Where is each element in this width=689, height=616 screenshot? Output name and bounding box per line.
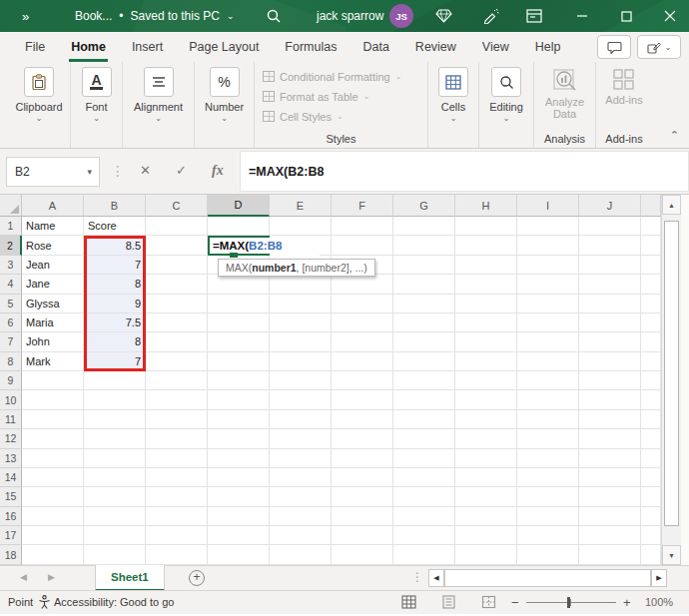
cell-D13[interactable] (208, 449, 270, 468)
page-break-preview-icon[interactable] (481, 595, 496, 609)
saved-status[interactable]: Saved to this PC ⌄ (131, 9, 235, 23)
cell-J3[interactable] (579, 256, 641, 275)
cell-E6[interactable] (270, 313, 332, 332)
zoom-in-button[interactable]: + (623, 595, 631, 610)
cell-D12[interactable] (208, 429, 270, 448)
cell-G9[interactable] (393, 371, 455, 390)
column-header-a[interactable]: A (22, 195, 84, 217)
column-header-h[interactable]: H (455, 195, 517, 217)
alignment-group[interactable]: Alignment ⌄ (122, 62, 194, 148)
cell-B17[interactable] (84, 526, 146, 545)
search-icon[interactable] (266, 0, 282, 32)
cell-C12[interactable] (146, 429, 208, 448)
row-header-14[interactable]: 14 (0, 468, 22, 487)
cell-F9[interactable] (332, 371, 393, 390)
cell-I12[interactable] (517, 429, 579, 448)
cell-B12[interactable] (84, 429, 146, 448)
row-header-2[interactable]: 2 (0, 236, 22, 255)
cell-C5[interactable] (146, 295, 208, 313)
cell-D14[interactable] (208, 468, 270, 487)
editing-group[interactable]: Editing ⌄ (478, 62, 533, 148)
page-layout-view-icon[interactable] (441, 595, 456, 609)
zoom-level[interactable]: 100% (645, 596, 673, 608)
cell-C10[interactable] (146, 390, 208, 409)
column-header-d[interactable]: D (208, 195, 270, 217)
cell-I10[interactable] (517, 390, 579, 409)
user-name[interactable]: jack sparrow (317, 0, 383, 32)
cell-fill-handle[interactable] (230, 253, 238, 258)
cell-A14[interactable] (22, 468, 84, 487)
cell-F6[interactable] (332, 313, 393, 332)
cell-F18[interactable] (332, 545, 393, 564)
cell-E5[interactable] (270, 295, 332, 313)
cell-A9[interactable] (22, 371, 84, 390)
cell-D5[interactable] (208, 295, 270, 313)
chevron-down-icon[interactable]: ⌄ (221, 114, 228, 123)
cell-H8[interactable] (455, 352, 517, 371)
row-header-11[interactable]: 11 (0, 410, 22, 429)
column-header-b[interactable]: B (84, 195, 146, 217)
cell-J18[interactable] (579, 545, 641, 564)
normal-view-icon[interactable] (401, 595, 416, 609)
cell-D18[interactable] (208, 545, 270, 564)
cell-F5[interactable] (332, 295, 393, 313)
cells-button[interactable] (438, 67, 468, 97)
format-as-table-button[interactable]: Format as Table⌄ (263, 88, 401, 105)
cell-E16[interactable] (270, 507, 332, 526)
cell-A15[interactable] (22, 487, 84, 506)
chevron-down-icon[interactable]: ▾ (87, 167, 99, 177)
tab-file[interactable]: File (12, 32, 58, 62)
cell-H17[interactable] (455, 526, 517, 545)
row-header-8[interactable]: 8 (0, 352, 22, 371)
cell-A12[interactable] (22, 429, 84, 448)
clipboard-group[interactable]: Clipboard ⌄ (8, 62, 70, 148)
cell-H16[interactable] (455, 507, 517, 526)
cell-partial-1[interactable] (641, 217, 661, 236)
cell-G7[interactable] (393, 332, 455, 351)
insert-function-icon[interactable]: fx (212, 163, 224, 179)
cell-J15[interactable] (579, 487, 641, 506)
cell-H4[interactable] (455, 275, 517, 294)
cell-H6[interactable] (455, 313, 517, 332)
cell-partial-6[interactable] (641, 313, 661, 332)
cell-E1[interactable] (270, 217, 332, 236)
cell-H1[interactable] (455, 217, 517, 236)
sheet-tab-sheet1[interactable]: Sheet1 (95, 565, 165, 591)
cell-H5[interactable] (455, 295, 517, 313)
cell-F2[interactable] (332, 236, 393, 255)
cell-E10[interactable] (270, 390, 332, 409)
cell-G1[interactable] (393, 217, 455, 236)
tab-data[interactable]: Data (349, 32, 401, 62)
cell-I16[interactable] (517, 507, 579, 526)
cell-B6[interactable]: 7.5 (84, 313, 146, 332)
cell-G4[interactable] (393, 275, 455, 294)
cell-A13[interactable] (22, 449, 84, 468)
cell-E11[interactable] (270, 410, 332, 429)
cell-B18[interactable] (84, 545, 146, 564)
cell-partial-8[interactable] (641, 352, 661, 371)
cell-H2[interactable] (455, 236, 517, 255)
cell-H7[interactable] (455, 332, 517, 351)
cell-I11[interactable] (517, 410, 579, 429)
cell-J7[interactable] (579, 332, 641, 351)
formula-bar-separator[interactable]: ⋮ (111, 163, 125, 179)
cell-mode-indicator[interactable]: Point (8, 596, 33, 608)
cell-C14[interactable] (146, 468, 208, 487)
cell-C1[interactable] (146, 217, 208, 236)
tab-formulas[interactable]: Formulas (272, 32, 349, 62)
new-sheet-button[interactable]: + (189, 570, 205, 586)
cell-J1[interactable] (579, 217, 641, 236)
row-header-16[interactable]: 16 (0, 507, 22, 526)
name-box[interactable]: B2 ▾ (6, 157, 100, 187)
row-header-3[interactable]: 3 (0, 256, 22, 275)
cell-J5[interactable] (579, 295, 641, 313)
cell-G15[interactable] (393, 487, 455, 506)
cell-J10[interactable] (579, 390, 641, 409)
cell-I2[interactable] (517, 236, 579, 255)
conditional-formatting-button[interactable]: Conditional Formatting⌄ (263, 68, 401, 85)
tab-help[interactable]: Help (522, 32, 574, 62)
cell-C9[interactable] (146, 371, 208, 390)
cell-H10[interactable] (455, 390, 517, 409)
scroll-up-icon[interactable]: ▲ (662, 195, 681, 215)
cell-F11[interactable] (332, 410, 393, 429)
